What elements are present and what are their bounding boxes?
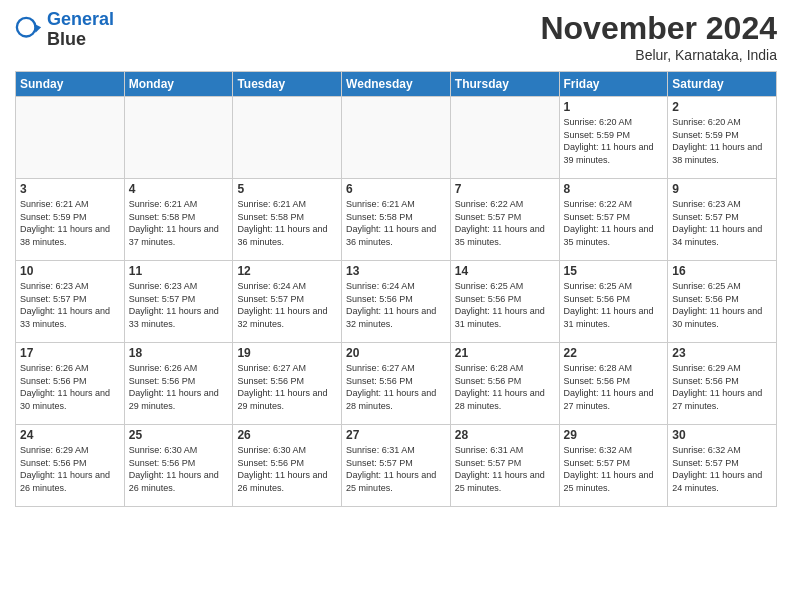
day-info: Sunrise: 6:25 AMSunset: 5:56 PMDaylight:…	[564, 280, 664, 330]
svg-point-0	[17, 18, 36, 37]
day-info: Sunrise: 6:26 AMSunset: 5:56 PMDaylight:…	[129, 362, 229, 412]
day-info: Sunrise: 6:32 AMSunset: 5:57 PMDaylight:…	[672, 444, 772, 494]
calendar-cell: 13Sunrise: 6:24 AMSunset: 5:56 PMDayligh…	[342, 261, 451, 343]
day-info: Sunrise: 6:31 AMSunset: 5:57 PMDaylight:…	[346, 444, 446, 494]
calendar-header-row: SundayMondayTuesdayWednesdayThursdayFrid…	[16, 72, 777, 97]
day-number: 12	[237, 264, 337, 278]
logo-text: General Blue	[47, 10, 114, 50]
calendar-cell: 9Sunrise: 6:23 AMSunset: 5:57 PMDaylight…	[668, 179, 777, 261]
calendar-cell: 29Sunrise: 6:32 AMSunset: 5:57 PMDayligh…	[559, 425, 668, 507]
day-number: 30	[672, 428, 772, 442]
calendar-cell: 22Sunrise: 6:28 AMSunset: 5:56 PMDayligh…	[559, 343, 668, 425]
calendar-cell: 23Sunrise: 6:29 AMSunset: 5:56 PMDayligh…	[668, 343, 777, 425]
day-number: 13	[346, 264, 446, 278]
day-info: Sunrise: 6:30 AMSunset: 5:56 PMDaylight:…	[129, 444, 229, 494]
calendar-cell: 2Sunrise: 6:20 AMSunset: 5:59 PMDaylight…	[668, 97, 777, 179]
calendar-cell: 5Sunrise: 6:21 AMSunset: 5:58 PMDaylight…	[233, 179, 342, 261]
day-number: 27	[346, 428, 446, 442]
calendar-cell	[16, 97, 125, 179]
weekday-header: Saturday	[668, 72, 777, 97]
day-number: 17	[20, 346, 120, 360]
calendar-cell: 27Sunrise: 6:31 AMSunset: 5:57 PMDayligh…	[342, 425, 451, 507]
day-info: Sunrise: 6:25 AMSunset: 5:56 PMDaylight:…	[455, 280, 555, 330]
weekday-header: Thursday	[450, 72, 559, 97]
day-number: 9	[672, 182, 772, 196]
day-number: 16	[672, 264, 772, 278]
day-info: Sunrise: 6:20 AMSunset: 5:59 PMDaylight:…	[564, 116, 664, 166]
day-number: 8	[564, 182, 664, 196]
day-number: 24	[20, 428, 120, 442]
weekday-header: Wednesday	[342, 72, 451, 97]
day-number: 18	[129, 346, 229, 360]
page: General Blue November 2024 Belur, Karnat…	[0, 0, 792, 612]
day-info: Sunrise: 6:25 AMSunset: 5:56 PMDaylight:…	[672, 280, 772, 330]
title-block: November 2024 Belur, Karnataka, India	[540, 10, 777, 63]
day-info: Sunrise: 6:23 AMSunset: 5:57 PMDaylight:…	[129, 280, 229, 330]
location: Belur, Karnataka, India	[540, 47, 777, 63]
calendar-cell: 4Sunrise: 6:21 AMSunset: 5:58 PMDaylight…	[124, 179, 233, 261]
day-number: 4	[129, 182, 229, 196]
calendar-week-row: 17Sunrise: 6:26 AMSunset: 5:56 PMDayligh…	[16, 343, 777, 425]
day-info: Sunrise: 6:23 AMSunset: 5:57 PMDaylight:…	[672, 198, 772, 248]
day-info: Sunrise: 6:27 AMSunset: 5:56 PMDaylight:…	[346, 362, 446, 412]
day-number: 20	[346, 346, 446, 360]
calendar-cell: 12Sunrise: 6:24 AMSunset: 5:57 PMDayligh…	[233, 261, 342, 343]
calendar-cell: 1Sunrise: 6:20 AMSunset: 5:59 PMDaylight…	[559, 97, 668, 179]
day-info: Sunrise: 6:21 AMSunset: 5:59 PMDaylight:…	[20, 198, 120, 248]
month-title: November 2024	[540, 10, 777, 47]
calendar-cell: 17Sunrise: 6:26 AMSunset: 5:56 PMDayligh…	[16, 343, 125, 425]
day-number: 14	[455, 264, 555, 278]
calendar-cell: 28Sunrise: 6:31 AMSunset: 5:57 PMDayligh…	[450, 425, 559, 507]
calendar-cell: 20Sunrise: 6:27 AMSunset: 5:56 PMDayligh…	[342, 343, 451, 425]
calendar-week-row: 24Sunrise: 6:29 AMSunset: 5:56 PMDayligh…	[16, 425, 777, 507]
logo-line2: Blue	[47, 30, 114, 50]
day-info: Sunrise: 6:23 AMSunset: 5:57 PMDaylight:…	[20, 280, 120, 330]
weekday-header: Sunday	[16, 72, 125, 97]
day-number: 21	[455, 346, 555, 360]
calendar-cell: 6Sunrise: 6:21 AMSunset: 5:58 PMDaylight…	[342, 179, 451, 261]
day-info: Sunrise: 6:24 AMSunset: 5:56 PMDaylight:…	[346, 280, 446, 330]
calendar-cell: 8Sunrise: 6:22 AMSunset: 5:57 PMDaylight…	[559, 179, 668, 261]
calendar-cell: 10Sunrise: 6:23 AMSunset: 5:57 PMDayligh…	[16, 261, 125, 343]
calendar-cell: 18Sunrise: 6:26 AMSunset: 5:56 PMDayligh…	[124, 343, 233, 425]
calendar-cell: 19Sunrise: 6:27 AMSunset: 5:56 PMDayligh…	[233, 343, 342, 425]
calendar: SundayMondayTuesdayWednesdayThursdayFrid…	[15, 71, 777, 507]
day-info: Sunrise: 6:30 AMSunset: 5:56 PMDaylight:…	[237, 444, 337, 494]
calendar-cell	[450, 97, 559, 179]
calendar-cell	[124, 97, 233, 179]
day-number: 28	[455, 428, 555, 442]
day-number: 19	[237, 346, 337, 360]
day-number: 23	[672, 346, 772, 360]
day-info: Sunrise: 6:32 AMSunset: 5:57 PMDaylight:…	[564, 444, 664, 494]
day-info: Sunrise: 6:26 AMSunset: 5:56 PMDaylight:…	[20, 362, 120, 412]
calendar-cell	[233, 97, 342, 179]
day-info: Sunrise: 6:27 AMSunset: 5:56 PMDaylight:…	[237, 362, 337, 412]
calendar-week-row: 3Sunrise: 6:21 AMSunset: 5:59 PMDaylight…	[16, 179, 777, 261]
day-info: Sunrise: 6:29 AMSunset: 5:56 PMDaylight:…	[672, 362, 772, 412]
day-info: Sunrise: 6:28 AMSunset: 5:56 PMDaylight:…	[564, 362, 664, 412]
calendar-cell: 11Sunrise: 6:23 AMSunset: 5:57 PMDayligh…	[124, 261, 233, 343]
day-number: 3	[20, 182, 120, 196]
day-number: 29	[564, 428, 664, 442]
day-info: Sunrise: 6:21 AMSunset: 5:58 PMDaylight:…	[237, 198, 337, 248]
day-number: 26	[237, 428, 337, 442]
calendar-cell: 25Sunrise: 6:30 AMSunset: 5:56 PMDayligh…	[124, 425, 233, 507]
day-info: Sunrise: 6:22 AMSunset: 5:57 PMDaylight:…	[455, 198, 555, 248]
logo-line1: General	[47, 9, 114, 29]
day-info: Sunrise: 6:31 AMSunset: 5:57 PMDaylight:…	[455, 444, 555, 494]
calendar-cell: 15Sunrise: 6:25 AMSunset: 5:56 PMDayligh…	[559, 261, 668, 343]
weekday-header: Monday	[124, 72, 233, 97]
logo-icon	[15, 16, 43, 44]
header: General Blue November 2024 Belur, Karnat…	[15, 10, 777, 63]
calendar-cell: 7Sunrise: 6:22 AMSunset: 5:57 PMDaylight…	[450, 179, 559, 261]
day-info: Sunrise: 6:21 AMSunset: 5:58 PMDaylight:…	[129, 198, 229, 248]
calendar-cell: 24Sunrise: 6:29 AMSunset: 5:56 PMDayligh…	[16, 425, 125, 507]
calendar-week-row: 10Sunrise: 6:23 AMSunset: 5:57 PMDayligh…	[16, 261, 777, 343]
calendar-cell: 16Sunrise: 6:25 AMSunset: 5:56 PMDayligh…	[668, 261, 777, 343]
day-number: 2	[672, 100, 772, 114]
calendar-cell: 30Sunrise: 6:32 AMSunset: 5:57 PMDayligh…	[668, 425, 777, 507]
logo: General Blue	[15, 10, 114, 50]
calendar-cell: 14Sunrise: 6:25 AMSunset: 5:56 PMDayligh…	[450, 261, 559, 343]
weekday-header: Tuesday	[233, 72, 342, 97]
day-number: 7	[455, 182, 555, 196]
